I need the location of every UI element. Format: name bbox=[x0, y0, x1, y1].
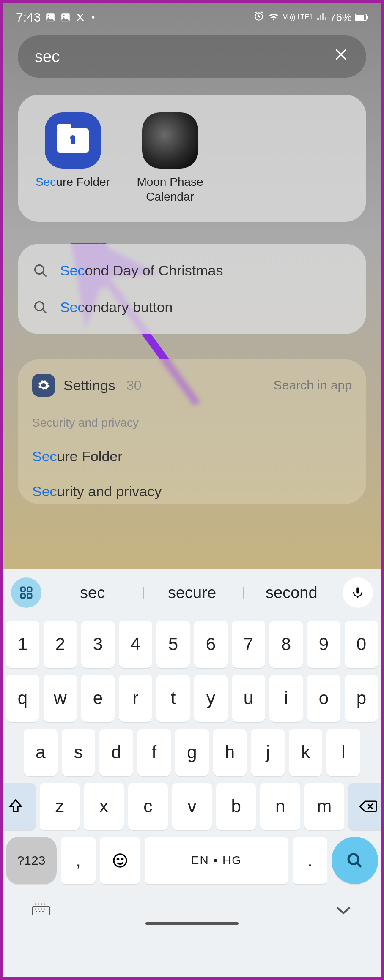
settings-section-label: Security and privacy bbox=[32, 416, 352, 430]
text-suggestions-card: Second Day of Christmas Secondary button bbox=[18, 244, 366, 334]
keyboard-row-fn: ?123 , EN • HG . bbox=[6, 837, 378, 884]
key-a[interactable]: a bbox=[24, 729, 58, 776]
key-v[interactable]: v bbox=[172, 783, 212, 830]
key-k[interactable]: k bbox=[289, 729, 323, 776]
key-b[interactable]: b bbox=[216, 783, 256, 830]
space-key[interactable]: EN • HG bbox=[145, 837, 288, 884]
keyboard-hide-icon[interactable] bbox=[32, 903, 50, 918]
key-m[interactable]: m bbox=[304, 783, 344, 830]
settings-header[interactable]: Settings 30 Search in app bbox=[32, 374, 352, 397]
keyboard-suggestion[interactable]: sec bbox=[44, 584, 141, 602]
key-9[interactable]: 9 bbox=[307, 621, 340, 668]
app-result-moon-phase[interactable]: Moon Phase Calendar bbox=[128, 112, 212, 204]
suggestion-row[interactable]: Second Day of Christmas bbox=[30, 252, 354, 289]
key-y[interactable]: y bbox=[194, 675, 228, 722]
key-o[interactable]: o bbox=[307, 675, 340, 722]
key-z[interactable]: z bbox=[40, 783, 80, 830]
key-p[interactable]: p bbox=[345, 675, 378, 722]
key-q[interactable]: q bbox=[6, 675, 39, 722]
svg-rect-11 bbox=[21, 587, 25, 591]
svg-point-10 bbox=[35, 302, 44, 310]
backspace-key[interactable] bbox=[348, 783, 384, 830]
key-f[interactable]: f bbox=[137, 729, 171, 776]
key-w[interactable]: w bbox=[44, 675, 77, 722]
key-r[interactable]: r bbox=[119, 675, 152, 722]
key-4[interactable]: 4 bbox=[119, 621, 152, 668]
keyboard: sec secure second 1234567890 qwertyuiop … bbox=[3, 569, 381, 977]
keyboard-suggestion[interactable]: second bbox=[243, 584, 340, 602]
svg-rect-13 bbox=[21, 594, 25, 598]
image-icon bbox=[45, 12, 56, 23]
key-0[interactable]: 0 bbox=[345, 621, 378, 668]
svg-rect-14 bbox=[27, 594, 32, 598]
settings-title: Settings bbox=[63, 377, 115, 394]
key-j[interactable]: j bbox=[251, 729, 285, 776]
keyboard-row-top: qwertyuiop bbox=[6, 675, 378, 722]
suggestion-text: Secondary button bbox=[60, 299, 173, 316]
keyboard-suggestion[interactable]: secure bbox=[143, 584, 240, 602]
key-1[interactable]: 1 bbox=[6, 621, 39, 668]
x-app-icon bbox=[75, 12, 85, 22]
wifi-icon bbox=[268, 11, 280, 24]
key-8[interactable]: 8 bbox=[269, 621, 303, 668]
period-key[interactable]: . bbox=[293, 837, 327, 884]
suggestion-text: Second Day of Christmas bbox=[60, 262, 223, 279]
settings-results-card: Settings 30 Search in app Security and p… bbox=[18, 359, 366, 504]
svg-point-21 bbox=[38, 908, 39, 909]
status-right: Vo)) LTE1 76% bbox=[253, 11, 368, 24]
settings-item[interactable]: Security and privacy bbox=[32, 483, 352, 500]
home-indicator[interactable] bbox=[145, 922, 239, 925]
search-icon bbox=[33, 263, 48, 278]
key-3[interactable]: 3 bbox=[81, 621, 115, 668]
key-e[interactable]: e bbox=[81, 675, 115, 722]
key-t[interactable]: t bbox=[156, 675, 190, 722]
status-bar: 7:43 • Vo)) LTE1 76% bbox=[3, 3, 381, 28]
search-bar[interactable] bbox=[18, 35, 366, 78]
search-input[interactable] bbox=[35, 48, 332, 66]
key-g[interactable]: g bbox=[175, 729, 209, 776]
svg-point-3 bbox=[63, 15, 65, 16]
shift-key[interactable] bbox=[0, 783, 36, 830]
svg-rect-19 bbox=[32, 906, 50, 915]
suggestion-row[interactable]: Secondary button bbox=[30, 289, 354, 326]
keyboard-grid-button[interactable] bbox=[11, 577, 41, 608]
status-left: 7:43 • bbox=[16, 10, 95, 24]
search-action-key[interactable] bbox=[332, 837, 378, 884]
key-h[interactable]: h bbox=[213, 729, 247, 776]
clear-icon[interactable] bbox=[332, 46, 349, 67]
keyboard-row-mid: asdfghjkl bbox=[6, 729, 378, 776]
comma-key[interactable]: , bbox=[61, 837, 96, 884]
svg-point-23 bbox=[44, 908, 46, 909]
symbols-key[interactable]: ?123 bbox=[6, 837, 57, 884]
status-time: 7:43 bbox=[16, 10, 41, 24]
key-s[interactable]: s bbox=[62, 729, 96, 776]
key-c[interactable]: c bbox=[128, 783, 168, 830]
app-label: Moon Phase Calendar bbox=[128, 174, 212, 204]
svg-point-27 bbox=[35, 903, 36, 904]
signal-icon bbox=[316, 11, 326, 24]
key-i[interactable]: i bbox=[269, 675, 303, 722]
svg-point-24 bbox=[36, 911, 37, 912]
key-u[interactable]: u bbox=[232, 675, 265, 722]
settings-count: 30 bbox=[126, 378, 142, 393]
app-result-secure-folder[interactable]: Secure Folder bbox=[30, 112, 115, 204]
key-5[interactable]: 5 bbox=[156, 621, 190, 668]
key-7[interactable]: 7 bbox=[232, 621, 265, 668]
key-x[interactable]: x bbox=[84, 783, 123, 830]
svg-rect-12 bbox=[27, 587, 32, 591]
svg-point-15 bbox=[114, 854, 126, 867]
svg-point-22 bbox=[41, 908, 42, 909]
key-d[interactable]: d bbox=[99, 729, 133, 776]
secure-folder-icon bbox=[45, 112, 101, 169]
image-icon bbox=[60, 12, 71, 23]
keyboard-suggestion-bar: sec secure second bbox=[3, 569, 381, 616]
chevron-down-icon[interactable] bbox=[335, 902, 352, 919]
key-l[interactable]: l bbox=[326, 729, 360, 776]
key-6[interactable]: 6 bbox=[194, 621, 228, 668]
mic-button[interactable] bbox=[343, 577, 373, 608]
emoji-key[interactable] bbox=[100, 837, 140, 884]
search-in-app-link[interactable]: Search in app bbox=[274, 378, 352, 392]
key-2[interactable]: 2 bbox=[44, 621, 77, 668]
key-n[interactable]: n bbox=[260, 783, 300, 830]
settings-item[interactable]: Secure Folder bbox=[32, 448, 352, 465]
